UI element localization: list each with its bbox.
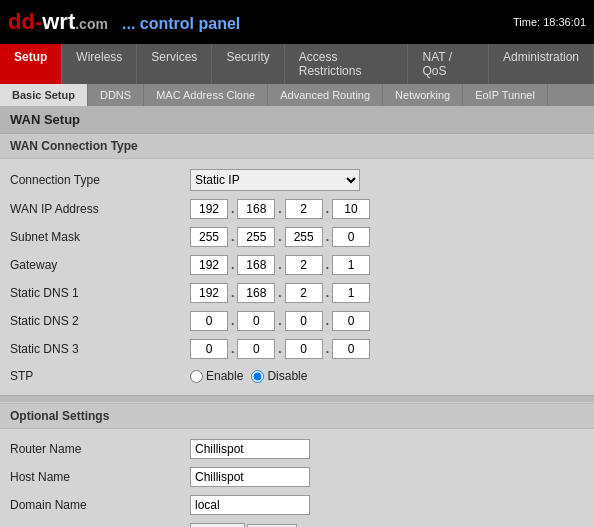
subnet-2[interactable] xyxy=(237,227,275,247)
domain-name-control xyxy=(190,495,310,515)
dns1-4[interactable] xyxy=(332,283,370,303)
optional-form-area: Router Name Host Name Domain Name MTU A xyxy=(0,429,594,527)
static-dns1-row: Static DNS 1 . . . xyxy=(10,279,584,307)
host-name-input[interactable] xyxy=(190,467,310,487)
optional-settings-title: Optional Settings xyxy=(0,403,594,429)
connection-type-label: Connection Type xyxy=(10,173,190,187)
tab-networking[interactable]: Networking xyxy=(383,84,463,106)
nav-nat-qos[interactable]: NAT / QoS xyxy=(408,44,489,84)
static-dns3-label: Static DNS 3 xyxy=(10,342,190,356)
gateway-3[interactable] xyxy=(285,255,323,275)
content-area: WAN Setup WAN Connection Type Connection… xyxy=(0,106,594,527)
tab-basic-setup[interactable]: Basic Setup xyxy=(0,84,88,106)
dns2-4[interactable] xyxy=(332,311,370,331)
dns1-2[interactable] xyxy=(237,283,275,303)
router-name-input[interactable] xyxy=(190,439,310,459)
dns3-1[interactable] xyxy=(190,339,228,359)
subnet-3[interactable] xyxy=(285,227,323,247)
stp-control: Enable Disable xyxy=(190,369,307,383)
static-dns2-label: Static DNS 2 xyxy=(10,314,190,328)
wan-ip-2[interactable] xyxy=(237,199,275,219)
dns2-1[interactable] xyxy=(190,311,228,331)
connection-type-control: Static IP Automatic Configuration - DHCP… xyxy=(190,169,360,191)
gateway-1[interactable] xyxy=(190,255,228,275)
dns1-3[interactable] xyxy=(285,283,323,303)
stp-disable-radio[interactable] xyxy=(251,370,264,383)
gateway-4[interactable] xyxy=(332,255,370,275)
static-dns3-control: . . . xyxy=(190,339,370,359)
ip-dot-3: . xyxy=(325,202,330,216)
router-name-row: Router Name xyxy=(10,435,584,463)
domain-name-label: Domain Name xyxy=(10,498,190,512)
dns1-1[interactable] xyxy=(190,283,228,303)
router-name-label: Router Name xyxy=(10,442,190,456)
domain-name-input[interactable] xyxy=(190,495,310,515)
subnet-mask-row: Subnet Mask . . . xyxy=(10,223,584,251)
nav-wireless[interactable]: Wireless xyxy=(62,44,137,84)
logo-dd: dd- xyxy=(8,9,42,34)
stp-disable-label[interactable]: Disable xyxy=(251,369,307,383)
gateway-row: Gateway . . . xyxy=(10,251,584,279)
mtu-row: MTU Auto Manual xyxy=(10,519,584,527)
tab-eoip-tunnel[interactable]: EoIP Tunnel xyxy=(463,84,548,106)
domain-name-row: Domain Name xyxy=(10,491,584,519)
tab-mac-address-clone[interactable]: MAC Address Clone xyxy=(144,84,268,106)
subnet-mask-control: . . . xyxy=(190,227,370,247)
wan-ip-row: WAN IP Address . . . xyxy=(10,195,584,223)
stp-enable-radio[interactable] xyxy=(190,370,203,383)
subnet-4[interactable] xyxy=(332,227,370,247)
static-dns1-control: . . . xyxy=(190,283,370,303)
stp-disable-text: Disable xyxy=(267,369,307,383)
wan-ip-1[interactable] xyxy=(190,199,228,219)
static-dns2-row: Static DNS 2 . . . xyxy=(10,307,584,335)
mtu-control: Auto Manual xyxy=(190,523,297,527)
gateway-2[interactable] xyxy=(237,255,275,275)
tab-advanced-routing[interactable]: Advanced Routing xyxy=(268,84,383,106)
nav-access-restrictions[interactable]: Access Restrictions xyxy=(285,44,409,84)
primary-nav: Setup Wireless Services Security Access … xyxy=(0,44,594,84)
stp-label: STP xyxy=(10,369,190,383)
dns3-2[interactable] xyxy=(237,339,275,359)
gateway-label: Gateway xyxy=(10,258,190,272)
wan-ip-3[interactable] xyxy=(285,199,323,219)
mtu-select[interactable]: Auto Manual xyxy=(190,523,245,527)
wan-ip-label: WAN IP Address xyxy=(10,202,190,216)
wan-setup-title: WAN Setup xyxy=(0,106,594,134)
dns2-3[interactable] xyxy=(285,311,323,331)
header: dd-wrt.com ... control panel Time: 18:36… xyxy=(0,0,594,44)
subnet-mask-label: Subnet Mask xyxy=(10,230,190,244)
host-name-control xyxy=(190,467,310,487)
connection-type-select[interactable]: Static IP Automatic Configuration - DHCP… xyxy=(190,169,360,191)
ip-dot-1: . xyxy=(230,202,235,216)
nav-setup[interactable]: Setup xyxy=(0,44,62,84)
connection-type-row: Connection Type Static IP Automatic Conf… xyxy=(10,165,584,195)
subnet-1[interactable] xyxy=(190,227,228,247)
stp-row: STP Enable Disable xyxy=(10,363,584,389)
wan-ip-4[interactable] xyxy=(332,199,370,219)
gateway-control: . . . xyxy=(190,255,370,275)
nav-administration[interactable]: Administration xyxy=(489,44,594,84)
nav-services[interactable]: Services xyxy=(137,44,212,84)
stp-enable-label[interactable]: Enable xyxy=(190,369,243,383)
logo-cp: ... control panel xyxy=(122,15,240,32)
static-dns1-label: Static DNS 1 xyxy=(10,286,190,300)
static-dns2-control: . . . xyxy=(190,311,370,331)
dns3-4[interactable] xyxy=(332,339,370,359)
wan-ip-control: . . . xyxy=(190,199,370,219)
time-display: Time: 18:36:01 xyxy=(513,16,586,28)
section-divider xyxy=(0,395,594,403)
wan-form-area: Connection Type Static IP Automatic Conf… xyxy=(0,159,594,395)
stp-enable-text: Enable xyxy=(206,369,243,383)
router-name-control xyxy=(190,439,310,459)
secondary-nav: Basic Setup DDNS MAC Address Clone Advan… xyxy=(0,84,594,106)
nav-security[interactable]: Security xyxy=(212,44,284,84)
ip-dot-2: . xyxy=(277,202,282,216)
dns2-2[interactable] xyxy=(237,311,275,331)
tab-ddns[interactable]: DDNS xyxy=(88,84,144,106)
logo-wrt: wrt xyxy=(42,9,75,34)
logo: dd-wrt.com ... control panel xyxy=(8,9,240,35)
dns3-3[interactable] xyxy=(285,339,323,359)
static-dns3-row: Static DNS 3 . . . xyxy=(10,335,584,363)
logo-com: .com xyxy=(75,16,108,32)
wan-connection-type-title: WAN Connection Type xyxy=(0,134,594,159)
